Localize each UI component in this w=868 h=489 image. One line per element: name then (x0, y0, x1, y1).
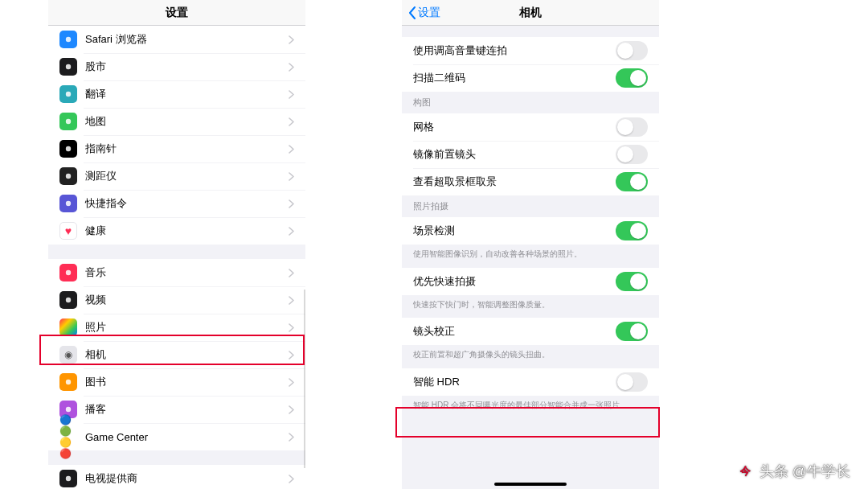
books-icon (59, 373, 77, 391)
shortcuts-icon (59, 195, 77, 212)
settings-row-tvprovider[interactable]: 电视提供商 (48, 465, 305, 489)
home-indicator[interactable] (494, 483, 567, 486)
nav-bar: 设置 (48, 0, 305, 26)
row-label: 地图 (85, 114, 289, 129)
chevron-right-icon (289, 117, 294, 126)
toggle-switch[interactable] (616, 372, 648, 392)
toggle-switch[interactable] (616, 145, 648, 164)
section-footer: 使用智能图像识别，自动改善各种场景的照片。 (402, 244, 659, 268)
svg-point-0 (66, 37, 71, 42)
toggle-row[interactable]: 扫描二维码 (402, 64, 659, 92)
row-label: 股市 (85, 60, 289, 74)
toggle-switch[interactable] (616, 41, 648, 60)
row-label: 翻译 (85, 87, 289, 101)
svg-point-11 (66, 476, 71, 481)
svg-point-6 (66, 201, 71, 206)
settings-row-music[interactable]: 音乐 (48, 259, 305, 286)
row-label: 场景检测 (413, 224, 616, 238)
chevron-right-icon (289, 378, 294, 387)
settings-row-maps[interactable]: 地图 (48, 108, 305, 135)
toggle-switch[interactable] (616, 221, 648, 240)
nav-bar: 设置 相机 (402, 0, 659, 26)
chevron-right-icon (289, 323, 294, 332)
section-footer: 快速按下快门时，智能调整图像质量。 (402, 295, 659, 318)
svg-point-5 (66, 174, 71, 179)
settings-row-measure[interactable]: 测距仪 (48, 162, 305, 190)
row-label: 网格 (413, 120, 616, 134)
toggle-switch[interactable] (616, 322, 648, 341)
row-label: 照片 (85, 320, 289, 335)
chevron-right-icon (289, 172, 294, 181)
back-button[interactable]: 设置 (408, 6, 440, 20)
chevron-right-icon (289, 405, 294, 414)
chevron-right-icon (289, 227, 294, 236)
gamecenter-icon: 🔵🟢🟡🔴 (59, 428, 77, 446)
chevron-right-icon (289, 433, 294, 442)
toggle-row[interactable]: 使用调高音量键连拍 (402, 37, 659, 64)
translate-icon (59, 85, 77, 103)
svg-point-3 (66, 119, 71, 124)
row-label: 播客 (85, 402, 289, 417)
row-label: 镜像前置镜头 (413, 147, 616, 162)
row-label: 音乐 (85, 265, 289, 280)
toggle-switch[interactable] (616, 68, 648, 88)
settings-row-stocks[interactable]: 股市 (48, 53, 305, 80)
svg-point-1 (66, 64, 71, 69)
settings-row-tv[interactable]: 视频 (48, 286, 305, 314)
settings-row-compass[interactable]: 指南针 (48, 135, 305, 162)
watermark-icon: 今 (737, 462, 755, 480)
compass-icon (59, 140, 77, 158)
settings-list: Safari 浏览器股市翻译地图指南针测距仪快捷指令♥健康音乐视频照片◉相机图书… (48, 26, 305, 489)
settings-row-podcasts[interactable]: 播客 (48, 396, 305, 423)
svg-point-8 (66, 298, 71, 302)
toggle-row[interactable]: 镜头校正 (402, 318, 659, 345)
maps-icon (59, 113, 77, 130)
camera-settings-screen: 设置 相机 使用调高音量键连拍扫描二维码构图网格镜像前置镜头查看超取景框取景照片… (402, 0, 659, 489)
chevron-right-icon (289, 199, 294, 208)
svg-point-7 (66, 270, 71, 275)
settings-row-health[interactable]: ♥健康 (48, 217, 305, 244)
toggle-switch[interactable] (616, 272, 648, 291)
section-header: 构图 (402, 92, 659, 113)
settings-row-photos[interactable]: 照片 (48, 314, 305, 341)
toggle-row[interactable]: 镜像前置镜头 (402, 141, 659, 168)
camera-icon: ◉ (59, 346, 77, 364)
chevron-right-icon (289, 296, 294, 305)
svg-point-2 (66, 92, 71, 97)
back-label: 设置 (418, 6, 440, 20)
settings-row-shortcuts[interactable]: 快捷指令 (48, 190, 305, 217)
svg-point-9 (66, 380, 71, 384)
section-header: 照片拍摄 (402, 195, 659, 217)
toggle-row[interactable]: 场景检测 (402, 217, 659, 244)
row-label: 健康 (85, 224, 289, 238)
row-label: 智能 HDR (413, 375, 616, 389)
row-label: Safari 浏览器 (85, 32, 289, 47)
row-label: Game Center (85, 431, 289, 443)
toggle-row[interactable]: 网格 (402, 113, 659, 141)
settings-row-books[interactable]: 图书 (48, 368, 305, 396)
tv-icon (59, 291, 77, 309)
settings-row-camera[interactable]: ◉相机 (48, 341, 305, 368)
settings-row-gamecenter[interactable]: 🔵🟢🟡🔴Game Center (48, 423, 305, 450)
toggle-row[interactable]: 智能 HDR (402, 368, 659, 396)
stocks-icon (59, 58, 77, 76)
toggle-row[interactable]: 查看超取景框取景 (402, 168, 659, 195)
scrollbar[interactable] (304, 290, 305, 468)
toggle-row[interactable]: 优先快速拍摄 (402, 268, 659, 295)
chevron-right-icon (289, 90, 294, 99)
settings-row-safari[interactable]: Safari 浏览器 (48, 26, 305, 53)
row-label: 相机 (85, 347, 289, 362)
watermark: 今 头条 @牛学长 (737, 462, 850, 481)
chevron-right-icon (289, 475, 294, 483)
safari-icon (59, 31, 77, 48)
row-label: 测距仪 (85, 169, 289, 183)
section-footer: 智能 HDR 会将不同曝光度的最佳部分智能合并成一张照片。 (402, 396, 659, 419)
toggle-switch[interactable] (616, 172, 648, 191)
chevron-right-icon (289, 145, 294, 154)
toggle-switch[interactable] (616, 117, 648, 137)
music-icon (59, 264, 77, 281)
chevron-right-icon (289, 351, 294, 360)
svg-point-4 (66, 146, 71, 151)
settings-row-translate[interactable]: 翻译 (48, 80, 305, 108)
section-footer: 校正前置和超广角摄像头的镜头扭曲。 (402, 345, 659, 368)
